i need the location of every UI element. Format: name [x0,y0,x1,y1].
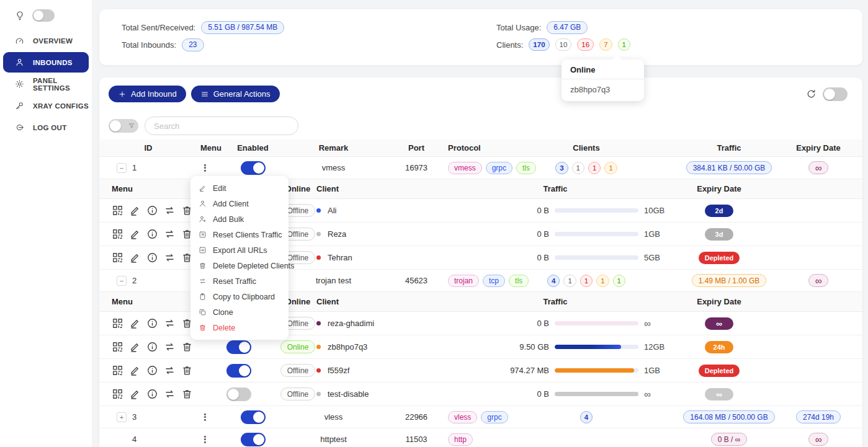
traffic-bar [555,392,638,396]
client-count-badge[interactable]: 170 [529,38,549,51]
client-count-badge[interactable]: 1 [618,38,630,51]
total-usage-label: Total Usage: [496,23,541,32]
trash-icon[interactable] [181,341,193,353]
menu-item-edit[interactable]: Edit [190,180,289,196]
row-menu-dots[interactable]: ⋮ [200,162,210,174]
inbound-enabled-toggle[interactable] [241,410,266,424]
sidebar-item-xray-configs[interactable]: XRAY CONFIGS [3,95,89,116]
pencil-icon[interactable] [129,252,141,263]
client-count-badge: 1 [563,275,576,287]
search-input[interactable] [145,117,298,135]
repeat-icon[interactable] [164,388,176,400]
menu-item-add-client[interactable]: Add Client [190,196,289,211]
client-count-badge[interactable]: 10 [555,38,572,51]
trash-icon[interactable] [181,388,193,400]
menu-item-export-all-urls[interactable]: Export All URLs [190,242,289,258]
menu-item-reset-clients-traffic[interactable]: Reset Clients Traffic [190,227,289,242]
clone-icon [199,308,207,316]
refresh-icon[interactable] [806,89,817,99]
column-header-clients: Clients [534,143,639,153]
pencil-icon[interactable] [129,341,141,353]
repeat-icon[interactable] [164,341,176,353]
trash-icon[interactable] [181,365,193,376]
repeat-icon[interactable] [164,205,176,216]
client-column-header-menu: Menu [99,297,199,306]
repeat-icon[interactable] [164,317,176,329]
client-actions [99,388,199,400]
client-cell: Reza [316,229,447,239]
pencil-icon[interactable] [129,205,141,216]
collapse-row-button[interactable]: − [117,276,127,286]
info-icon[interactable] [146,228,158,240]
auto-refresh-toggle[interactable] [823,87,848,101]
qr-icon[interactable] [112,205,123,216]
general-actions-button[interactable]: General Actions [191,86,280,102]
inbound-expiry-pill: ∞ [808,274,829,287]
expand-row-button[interactable]: + [117,412,127,422]
sidebar-item-inbounds[interactable]: INBOUNDS [3,52,89,73]
traffic-limit: 10GB [644,206,664,215]
client-enabled-toggle[interactable] [226,340,251,354]
repeat-icon[interactable] [164,365,176,376]
traffic-used: 0 B [478,229,549,239]
add-inbound-button[interactable]: Add Inbound [109,86,186,102]
info-icon[interactable] [146,252,158,263]
info-icon[interactable] [146,317,158,329]
menu-item-add-bulk[interactable]: Add Bulk [190,211,289,227]
sidebar-item-log-out[interactable]: LOG OUT [3,117,89,138]
qr-icon[interactable] [112,365,123,376]
info-icon[interactable] [146,388,158,400]
collapse-row-button[interactable]: − [117,163,127,173]
client-traffic-cell: 0 B10GB [447,206,664,215]
inbound-id: 1 [132,163,136,172]
inbound-enabled-toggle[interactable] [241,161,266,175]
sidebar-item-overview[interactable]: OVERVIEW [3,30,89,51]
column-header-menu: Menu [180,143,223,153]
client-count-badge[interactable]: 16 [577,38,594,51]
menu-item-clone[interactable]: Clone [190,304,289,320]
menu-item-copy-to-clipboard[interactable]: Copy to Clipboard [190,289,289,304]
client-column-header-client: Client [316,184,447,193]
info-icon[interactable] [146,341,158,353]
row-menu-dots[interactable]: ⋮ [200,434,210,445]
info-icon[interactable] [146,365,158,376]
dark-mode-toggle[interactable] [32,9,55,22]
info-icon[interactable] [146,205,158,216]
qr-icon[interactable] [112,341,123,353]
pencil-icon[interactable] [129,365,141,376]
menu-item-delete-depleted-clients[interactable]: Delete Depleted Clients [190,258,289,273]
menu-item-reset-traffic[interactable]: Reset Traffic [190,273,289,289]
protocol-tag: http [448,433,473,446]
inbound-enabled-toggle[interactable] [241,433,266,446]
inbound-id-cell: −2 [99,276,180,286]
traffic-limit: 5GB [644,253,660,262]
pencil-icon[interactable] [129,388,141,400]
row-menu-dots[interactable]: ⋮ [200,412,210,423]
repeat-icon[interactable] [164,252,176,263]
qr-icon[interactable] [112,252,123,263]
client-color-dot [316,368,321,373]
client-expiry-badge: 24h [705,341,733,353]
inbound-row: +3⋮vless22966vlessgrpc4164.08 MB / 500.0… [99,406,862,428]
client-cell: zb8hpo7q3 [316,342,447,352]
qr-icon[interactable] [112,317,123,329]
total-inbounds-value: 23 [182,38,204,51]
repeat-icon[interactable] [164,228,176,240]
client-traffic-cell: 0 B∞ [447,389,664,399]
menu-item-label: Add Client [213,200,249,208]
client-count-badge[interactable]: 7 [599,38,612,51]
pencil-icon[interactable] [129,228,141,240]
client-expiry-badge: ∞ [705,388,733,401]
client-enabled-toggle[interactable] [226,387,251,401]
qr-icon[interactable] [112,388,123,400]
client-enabled-toggle[interactable] [226,364,251,378]
filter-toggle[interactable] [109,119,138,133]
client-color-dot [316,321,321,325]
protocol-tags: vmessgrpctls [448,162,534,174]
traffic-limit: ∞ [644,389,651,399]
pencil-icon[interactable] [129,317,141,329]
qr-icon[interactable] [112,228,123,240]
sidebar-item-panel-settings[interactable]: PANEL SETTINGS [3,74,89,94]
menu-item-delete[interactable]: Delete [190,320,289,335]
sent-received-value: 5.51 GB / 987.54 MB [201,21,284,34]
